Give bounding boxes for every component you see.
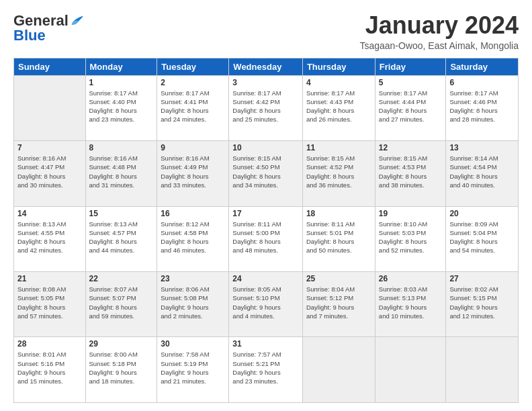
day-info: Sunrise: 7:57 AM Sunset: 5:21 PM Dayligh… xyxy=(232,350,299,385)
day-info: Sunrise: 8:15 AM Sunset: 4:52 PM Dayligh… xyxy=(306,154,371,189)
calendar-cell: 5Sunrise: 8:17 AM Sunset: 4:44 PM Daylig… xyxy=(375,75,446,140)
day-info: Sunrise: 8:10 AM Sunset: 5:03 PM Dayligh… xyxy=(379,220,443,255)
calendar-cell: 16Sunrise: 8:12 AM Sunset: 4:58 PM Dayli… xyxy=(157,206,229,271)
day-number: 16 xyxy=(161,209,225,218)
calendar-cell: 31Sunrise: 7:57 AM Sunset: 5:21 PM Dayli… xyxy=(229,337,303,403)
day-number: 15 xyxy=(89,209,154,218)
calendar-cell: 28Sunrise: 8:01 AM Sunset: 5:16 PM Dayli… xyxy=(14,337,86,403)
day-number: 31 xyxy=(232,339,299,349)
calendar-cell: 19Sunrise: 8:10 AM Sunset: 5:03 PM Dayli… xyxy=(375,206,446,271)
day-info: Sunrise: 8:17 AM Sunset: 4:42 PM Dayligh… xyxy=(232,89,299,124)
col-monday: Monday xyxy=(85,58,157,75)
calendar-cell: 8Sunrise: 8:16 AM Sunset: 4:48 PM Daylig… xyxy=(85,141,157,206)
day-info: Sunrise: 8:05 AM Sunset: 5:10 PM Dayligh… xyxy=(232,285,299,320)
day-info: Sunrise: 8:02 AM Sunset: 5:15 PM Dayligh… xyxy=(449,285,515,320)
day-info: Sunrise: 8:11 AM Sunset: 5:01 PM Dayligh… xyxy=(306,220,371,255)
calendar-cell: 26Sunrise: 8:03 AM Sunset: 5:13 PM Dayli… xyxy=(375,272,446,337)
col-tuesday: Tuesday xyxy=(157,58,229,75)
day-info: Sunrise: 8:15 AM Sunset: 4:53 PM Dayligh… xyxy=(379,154,443,189)
logo: General Blue xyxy=(13,12,83,44)
col-wednesday: Wednesday xyxy=(229,58,303,75)
day-info: Sunrise: 8:00 AM Sunset: 5:18 PM Dayligh… xyxy=(89,350,154,385)
day-info: Sunrise: 8:07 AM Sunset: 5:07 PM Dayligh… xyxy=(89,285,154,320)
day-info: Sunrise: 8:12 AM Sunset: 4:58 PM Dayligh… xyxy=(161,220,225,255)
day-info: Sunrise: 8:01 AM Sunset: 5:16 PM Dayligh… xyxy=(17,350,82,385)
subtitle: Tsagaan-Owoo, East Aimak, Mongolia xyxy=(359,40,519,51)
day-number: 17 xyxy=(232,209,299,218)
col-thursday: Thursday xyxy=(302,58,375,75)
day-info: Sunrise: 8:03 AM Sunset: 5:13 PM Dayligh… xyxy=(379,285,443,320)
calendar-cell: 13Sunrise: 8:14 AM Sunset: 4:54 PM Dayli… xyxy=(446,141,519,206)
day-info: Sunrise: 8:04 AM Sunset: 5:12 PM Dayligh… xyxy=(306,285,371,320)
calendar-row-1: 1Sunrise: 8:17 AM Sunset: 4:40 PM Daylig… xyxy=(14,75,519,140)
col-sunday: Sunday xyxy=(14,58,86,75)
day-number: 30 xyxy=(161,339,225,349)
calendar-cell: 7Sunrise: 8:16 AM Sunset: 4:47 PM Daylig… xyxy=(14,141,86,206)
day-info: Sunrise: 8:17 AM Sunset: 4:43 PM Dayligh… xyxy=(306,89,371,124)
calendar-cell: 20Sunrise: 8:09 AM Sunset: 5:04 PM Dayli… xyxy=(446,206,519,271)
calendar-cell: 27Sunrise: 8:02 AM Sunset: 5:15 PM Dayli… xyxy=(446,272,519,337)
day-number: 24 xyxy=(232,274,299,283)
day-number: 19 xyxy=(379,209,443,218)
day-number: 29 xyxy=(89,339,154,349)
calendar-cell: 14Sunrise: 8:13 AM Sunset: 4:55 PM Dayli… xyxy=(14,206,86,271)
header: General Blue January 2024 Tsagaan-Owoo, … xyxy=(13,12,519,51)
calendar-cell: 2Sunrise: 8:17 AM Sunset: 4:41 PM Daylig… xyxy=(157,75,229,140)
calendar-cell: 12Sunrise: 8:15 AM Sunset: 4:53 PM Dayli… xyxy=(375,141,446,206)
day-number: 21 xyxy=(17,274,82,283)
day-number: 8 xyxy=(89,143,154,152)
month-title: January 2024 xyxy=(359,12,519,39)
calendar-cell: 9Sunrise: 8:16 AM Sunset: 4:49 PM Daylig… xyxy=(157,141,229,206)
calendar-cell: 29Sunrise: 8:00 AM Sunset: 5:18 PM Dayli… xyxy=(85,337,157,403)
day-number: 25 xyxy=(306,274,371,283)
day-number: 6 xyxy=(449,78,515,87)
calendar-cell: 4Sunrise: 8:17 AM Sunset: 4:43 PM Daylig… xyxy=(302,75,375,140)
calendar-cell: 25Sunrise: 8:04 AM Sunset: 5:12 PM Dayli… xyxy=(302,272,375,337)
day-info: Sunrise: 8:06 AM Sunset: 5:08 PM Dayligh… xyxy=(161,285,225,320)
day-number: 5 xyxy=(379,78,443,87)
day-info: Sunrise: 8:16 AM Sunset: 4:47 PM Dayligh… xyxy=(17,154,82,189)
day-number: 26 xyxy=(379,274,443,283)
day-number: 27 xyxy=(449,274,515,283)
day-number: 2 xyxy=(161,78,225,87)
calendar-cell: 6Sunrise: 8:17 AM Sunset: 4:46 PM Daylig… xyxy=(446,75,519,140)
calendar-cell: 1Sunrise: 8:17 AM Sunset: 4:40 PM Daylig… xyxy=(85,75,157,140)
calendar-cell: 30Sunrise: 7:58 AM Sunset: 5:19 PM Dayli… xyxy=(157,337,229,403)
day-number: 28 xyxy=(17,339,82,349)
calendar-row-4: 21Sunrise: 8:08 AM Sunset: 5:05 PM Dayli… xyxy=(14,272,519,337)
calendar-cell: 21Sunrise: 8:08 AM Sunset: 5:05 PM Dayli… xyxy=(14,272,86,337)
calendar-cell: 18Sunrise: 8:11 AM Sunset: 5:01 PM Dayli… xyxy=(302,206,375,271)
logo-bird-icon xyxy=(69,15,83,27)
calendar-cell: 23Sunrise: 8:06 AM Sunset: 5:08 PM Dayli… xyxy=(157,272,229,337)
calendar-cell: 11Sunrise: 8:15 AM Sunset: 4:52 PM Dayli… xyxy=(302,141,375,206)
calendar-cell: 10Sunrise: 8:15 AM Sunset: 4:50 PM Dayli… xyxy=(229,141,303,206)
day-number: 22 xyxy=(89,274,154,283)
calendar-row-2: 7Sunrise: 8:16 AM Sunset: 4:47 PM Daylig… xyxy=(14,141,519,206)
col-friday: Friday xyxy=(375,58,446,75)
calendar-cell xyxy=(375,337,446,403)
calendar-cell: 24Sunrise: 8:05 AM Sunset: 5:10 PM Dayli… xyxy=(229,272,303,337)
page: General Blue January 2024 Tsagaan-Owoo, … xyxy=(0,0,532,411)
calendar-row-5: 28Sunrise: 8:01 AM Sunset: 5:16 PM Dayli… xyxy=(14,337,519,403)
calendar-row-3: 14Sunrise: 8:13 AM Sunset: 4:55 PM Dayli… xyxy=(14,206,519,271)
day-number: 12 xyxy=(379,143,443,152)
calendar-cell: 17Sunrise: 8:11 AM Sunset: 5:00 PM Dayli… xyxy=(229,206,303,271)
calendar: Sunday Monday Tuesday Wednesday Thursday… xyxy=(13,58,519,403)
day-info: Sunrise: 8:11 AM Sunset: 5:00 PM Dayligh… xyxy=(232,220,299,255)
day-number: 9 xyxy=(161,143,225,152)
day-info: Sunrise: 8:16 AM Sunset: 4:48 PM Dayligh… xyxy=(89,154,154,189)
calendar-cell: 15Sunrise: 8:13 AM Sunset: 4:57 PM Dayli… xyxy=(85,206,157,271)
calendar-cell: 3Sunrise: 8:17 AM Sunset: 4:42 PM Daylig… xyxy=(229,75,303,140)
calendar-cell xyxy=(446,337,519,403)
day-number: 10 xyxy=(232,143,299,152)
day-info: Sunrise: 8:13 AM Sunset: 4:55 PM Dayligh… xyxy=(17,220,82,255)
day-number: 18 xyxy=(306,209,371,218)
day-info: Sunrise: 8:13 AM Sunset: 4:57 PM Dayligh… xyxy=(89,220,154,255)
day-number: 1 xyxy=(89,78,154,87)
day-info: Sunrise: 8:17 AM Sunset: 4:44 PM Dayligh… xyxy=(379,89,443,124)
day-number: 23 xyxy=(161,274,225,283)
day-number: 13 xyxy=(449,143,515,152)
day-info: Sunrise: 8:17 AM Sunset: 4:46 PM Dayligh… xyxy=(449,89,515,124)
day-info: Sunrise: 7:58 AM Sunset: 5:19 PM Dayligh… xyxy=(161,350,225,385)
title-section: January 2024 Tsagaan-Owoo, East Aimak, M… xyxy=(359,12,519,51)
